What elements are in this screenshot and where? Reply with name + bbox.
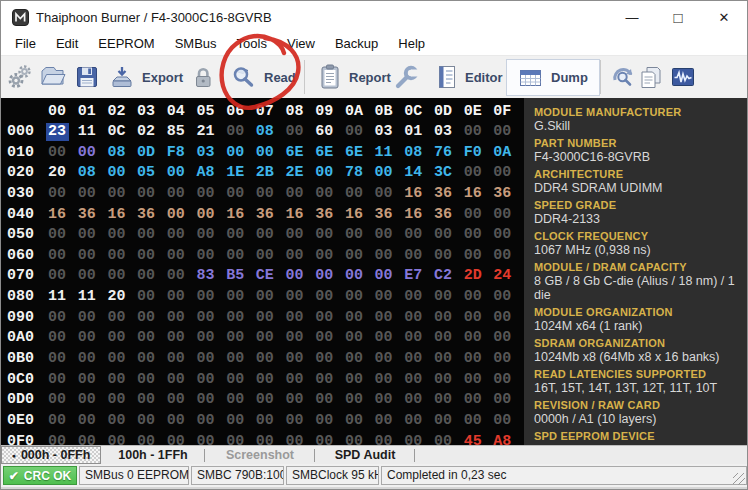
- hex-byte[interactable]: 00: [137, 411, 167, 432]
- hex-byte[interactable]: 00: [256, 370, 286, 391]
- hex-byte[interactable]: 00: [315, 266, 345, 287]
- hex-byte[interactable]: 2D: [464, 266, 494, 287]
- hex-byte[interactable]: 16: [107, 205, 137, 226]
- hex-byte[interactable]: 00: [167, 225, 197, 246]
- hex-byte[interactable]: 83: [196, 266, 226, 287]
- hex-byte[interactable]: 00: [434, 287, 464, 308]
- copy-button[interactable]: [638, 64, 663, 90]
- hex-byte[interactable]: 00: [464, 308, 494, 329]
- save-button[interactable]: [75, 65, 99, 89]
- hex-byte[interactable]: 00: [493, 246, 523, 267]
- menu-tools[interactable]: Tools: [227, 33, 277, 55]
- hex-byte[interactable]: 00: [375, 163, 405, 184]
- hex-byte[interactable]: 00: [48, 432, 78, 445]
- hex-byte[interactable]: 00: [315, 184, 345, 205]
- hex-byte[interactable]: 00: [345, 287, 375, 308]
- hex-byte[interactable]: 6E: [345, 143, 375, 164]
- hex-byte[interactable]: 00: [315, 328, 345, 349]
- hex-byte[interactable]: 00: [345, 122, 375, 143]
- hex-byte[interactable]: 00: [226, 308, 256, 329]
- hex-byte[interactable]: 00: [286, 308, 316, 329]
- hex-byte[interactable]: 00: [78, 411, 108, 432]
- hex-byte[interactable]: 00: [48, 143, 78, 164]
- analyzer-button[interactable]: [670, 65, 696, 89]
- hex-byte[interactable]: 08: [107, 143, 137, 164]
- hex-byte[interactable]: 00: [315, 370, 345, 391]
- hex-byte[interactable]: 00: [196, 308, 226, 329]
- hex-byte[interactable]: 00: [464, 328, 494, 349]
- hex-byte[interactable]: 00: [493, 225, 523, 246]
- hex-byte[interactable]: 00: [375, 184, 405, 205]
- hex-byte[interactable]: 00: [286, 411, 316, 432]
- hex-byte[interactable]: C2: [434, 266, 464, 287]
- hex-byte[interactable]: 00: [434, 308, 464, 329]
- tab-100h-1ffh[interactable]: 100h - 1FFh: [101, 446, 205, 464]
- hex-byte[interactable]: 00: [493, 390, 523, 411]
- hex-byte[interactable]: 00: [375, 328, 405, 349]
- hex-byte[interactable]: 00: [315, 163, 345, 184]
- hex-byte[interactable]: 00: [256, 349, 286, 370]
- hex-byte[interactable]: 00: [107, 184, 137, 205]
- hex-byte[interactable]: 6E: [286, 143, 316, 164]
- hex-byte[interactable]: E7: [404, 266, 434, 287]
- hex-byte[interactable]: 00: [107, 328, 137, 349]
- hex-byte[interactable]: 00: [434, 432, 464, 445]
- hex-byte[interactable]: 00: [137, 308, 167, 329]
- hex-byte[interactable]: 00: [315, 411, 345, 432]
- selected-hex-byte[interactable]: 23: [46, 123, 69, 141]
- hex-byte[interactable]: 00: [196, 432, 226, 445]
- hex-byte[interactable]: 00: [493, 122, 523, 143]
- hex-byte[interactable]: 24: [493, 266, 523, 287]
- hex-byte[interactable]: 00: [286, 246, 316, 267]
- hex-byte[interactable]: 00: [345, 328, 375, 349]
- hex-byte[interactable]: A8: [196, 163, 226, 184]
- hex-byte[interactable]: 00: [464, 370, 494, 391]
- hex-byte[interactable]: 00: [196, 225, 226, 246]
- hex-byte[interactable]: 00: [286, 266, 316, 287]
- hex-byte[interactable]: 00: [137, 390, 167, 411]
- hex-byte[interactable]: 36: [137, 205, 167, 226]
- hex-byte[interactable]: 05: [137, 163, 167, 184]
- settings-button[interactable]: [7, 64, 34, 91]
- hex-byte[interactable]: 23: [48, 122, 78, 143]
- hex-byte[interactable]: 11: [78, 122, 108, 143]
- hex-byte[interactable]: 00: [345, 411, 375, 432]
- hex-byte[interactable]: 00: [464, 205, 494, 226]
- hex-byte[interactable]: 78: [345, 163, 375, 184]
- hex-byte[interactable]: 00: [226, 390, 256, 411]
- hex-byte[interactable]: 00: [137, 370, 167, 391]
- hex-byte[interactable]: 00: [315, 246, 345, 267]
- hex-byte[interactable]: 16: [404, 184, 434, 205]
- hex-byte[interactable]: 00: [375, 349, 405, 370]
- hex-byte[interactable]: 00: [167, 246, 197, 267]
- hex-byte[interactable]: 00: [137, 246, 167, 267]
- hex-byte[interactable]: 2E: [286, 163, 316, 184]
- hex-byte[interactable]: 00: [345, 225, 375, 246]
- hex-byte[interactable]: 00: [256, 287, 286, 308]
- report-button[interactable]: Report: [318, 64, 391, 91]
- hex-byte[interactable]: 00: [493, 349, 523, 370]
- hex-byte[interactable]: F0: [464, 143, 494, 164]
- hex-byte[interactable]: 00: [315, 432, 345, 445]
- hex-byte[interactable]: 00: [345, 432, 375, 445]
- hex-byte[interactable]: 03: [375, 122, 405, 143]
- hex-byte[interactable]: 16: [464, 184, 494, 205]
- hex-byte[interactable]: 00: [493, 287, 523, 308]
- lock-button[interactable]: [191, 65, 215, 90]
- hex-byte[interactable]: 00: [434, 411, 464, 432]
- hex-byte[interactable]: 21: [196, 122, 226, 143]
- hex-byte[interactable]: 00: [256, 225, 286, 246]
- hex-byte[interactable]: 16: [404, 205, 434, 226]
- hex-byte[interactable]: 00: [464, 349, 494, 370]
- hex-byte[interactable]: 00: [137, 266, 167, 287]
- hex-byte[interactable]: 60: [315, 122, 345, 143]
- hex-byte[interactable]: 00: [493, 328, 523, 349]
- hex-byte[interactable]: 00: [286, 349, 316, 370]
- hex-byte[interactable]: 20: [107, 287, 137, 308]
- hex-byte[interactable]: 00: [167, 390, 197, 411]
- hex-byte[interactable]: 00: [137, 225, 167, 246]
- close-button[interactable]: ✕: [701, 1, 747, 33]
- hex-byte[interactable]: 00: [78, 390, 108, 411]
- menu-eeprom[interactable]: EEPROM: [88, 33, 164, 55]
- hex-byte[interactable]: 00: [167, 163, 197, 184]
